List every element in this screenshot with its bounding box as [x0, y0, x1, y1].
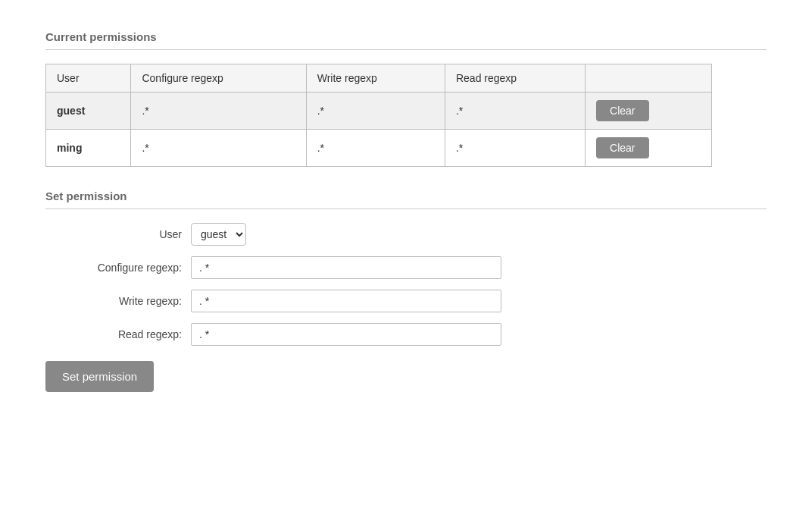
user-label: User	[45, 228, 182, 240]
clear-button[interactable]: Clear	[596, 100, 648, 121]
configure-regexp-input[interactable]	[191, 256, 501, 279]
current-permissions-title: Current permissions	[45, 30, 767, 43]
table-row: guest.*.*.*Clear	[46, 93, 712, 130]
cell-user: ming	[46, 130, 131, 167]
set-permission-button[interactable]: Set permission	[45, 361, 154, 392]
read-regexp-input[interactable]	[191, 323, 501, 346]
set-permission-form: User guestming Configure regexp: Write r…	[45, 223, 767, 392]
cell-action: Clear	[586, 130, 712, 167]
col-header-user: User	[46, 64, 131, 93]
col-header-write-regexp: Write regexp	[306, 64, 445, 93]
cell-configure-regexp: .*	[131, 93, 306, 130]
write-regexp-label: Write regexp:	[45, 295, 182, 307]
cell-action: Clear	[586, 93, 712, 130]
user-row: User guestming	[45, 223, 767, 246]
set-permission-title: Set permission	[45, 190, 767, 202]
cell-read-regexp: .*	[445, 130, 585, 167]
user-value: ming	[57, 142, 82, 154]
permissions-table: User Configure regexp Write regexp Read …	[45, 64, 712, 167]
col-header-read-regexp: Read regexp	[445, 64, 585, 93]
col-header-configure-regexp: Configure regexp	[131, 64, 306, 93]
write-regexp-input[interactable]	[191, 290, 501, 312]
user-value: guest	[57, 105, 85, 117]
section-divider	[45, 49, 767, 50]
cell-user: guest	[46, 93, 131, 130]
read-regexp-label: Read regexp:	[45, 328, 182, 340]
read-regexp-row: Read regexp:	[45, 323, 767, 346]
cell-read-regexp: .*	[445, 93, 585, 130]
write-regexp-row: Write regexp:	[45, 290, 767, 312]
form-section-divider	[45, 209, 767, 209]
clear-button[interactable]: Clear	[596, 137, 648, 158]
cell-write-regexp: .*	[306, 130, 445, 167]
user-select[interactable]: guestming	[191, 223, 246, 246]
configure-regexp-label: Configure regexp:	[45, 262, 182, 274]
table-row: ming.*.*.*Clear	[46, 130, 712, 167]
configure-regexp-row: Configure regexp:	[45, 256, 767, 279]
col-header-actions	[586, 64, 712, 93]
cell-configure-regexp: .*	[131, 130, 306, 167]
cell-write-regexp: .*	[306, 93, 445, 130]
